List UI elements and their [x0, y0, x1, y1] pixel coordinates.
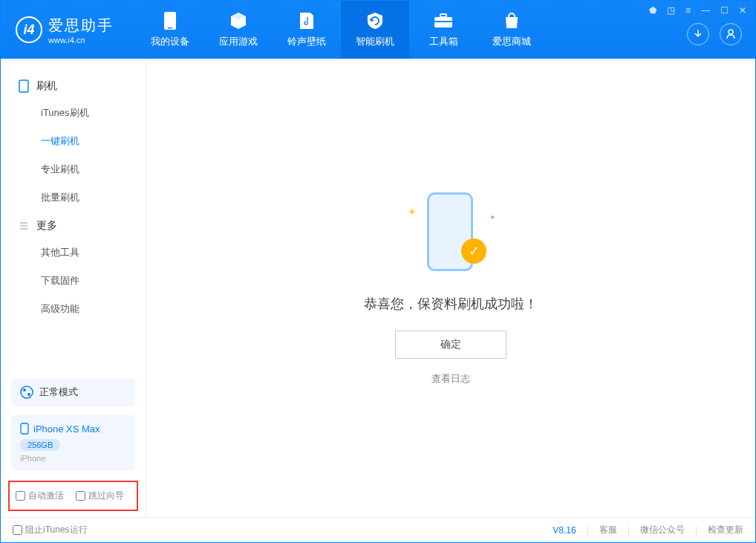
ok-button[interactable]: 确定 — [395, 331, 506, 359]
skip-guide-checkbox[interactable]: 跳过向导 — [76, 490, 124, 502]
app-url: www.i4.cn — [48, 36, 114, 45]
success-message: 恭喜您，保资料刷机成功啦！ — [364, 295, 538, 313]
tab-ringtones[interactable]: 铃声壁纸 — [273, 1, 341, 59]
mode-icon — [20, 386, 33, 399]
svg-rect-4 — [434, 21, 452, 22]
toolbox-icon — [433, 11, 454, 30]
close-button[interactable]: ✕ — [737, 4, 748, 17]
theme-icon[interactable]: ⬟ — [648, 4, 658, 17]
tab-apps[interactable]: 应用游戏 — [204, 1, 273, 59]
sidebar-item-onekey-flash[interactable]: 一键刷机 — [1, 127, 146, 155]
list-icon — [19, 221, 29, 231]
tab-label: 智能刷机 — [356, 35, 394, 48]
phone-icon — [163, 11, 177, 30]
tab-label: 我的设备 — [151, 35, 189, 48]
sidebar-item-batch-flash[interactable]: 批量刷机 — [1, 183, 146, 212]
block-itunes-checkbox[interactable]: 阻止iTunes运行 — [13, 524, 88, 536]
checkbox-label: 自动激活 — [28, 490, 64, 502]
main-content: ✦ ✦ ✓ 恭喜您，保资料刷机成功啦！ 确定 查看日志 — [146, 59, 755, 517]
logo-text: 爱思助手 www.i4.cn — [48, 16, 114, 45]
footer: 阻止iTunes运行 V8.16 | 客服 | 微信公众号 | 检查更新 — [1, 517, 755, 542]
maximize-button[interactable]: ☐ — [719, 4, 730, 17]
logo: i4 爱思助手 www.i4.cn — [1, 16, 128, 45]
section-label: 刷机 — [36, 79, 57, 93]
tab-label: 应用游戏 — [219, 35, 258, 48]
app-name: 爱思助手 — [48, 16, 114, 36]
footer-right: V8.16 | 客服 | 微信公众号 | 检查更新 — [553, 524, 743, 536]
success-illustration: ✦ ✦ ✓ — [406, 192, 495, 274]
tab-label: 铃声壁纸 — [287, 35, 326, 48]
highlighted-options: 自动激活 跳过向导 — [8, 481, 138, 511]
storage-badge: 256GB — [20, 439, 60, 451]
tab-flash[interactable]: 智能刷机 — [341, 1, 409, 59]
svg-rect-6 — [19, 80, 28, 92]
main-tabs: 我的设备 应用游戏 铃声壁纸 智能刷机 工具箱 爱思商城 — [136, 1, 546, 59]
section-label: 更多 — [36, 219, 57, 233]
svg-rect-3 — [440, 14, 446, 17]
logo-icon: i4 — [16, 16, 42, 43]
sidebar: 刷机 iTunes刷机 一键刷机 专业刷机 批量刷机 更多 其他工具 下载固件 … — [1, 59, 146, 517]
device-icon — [20, 423, 29, 435]
wechat-link[interactable]: 微信公众号 — [640, 524, 685, 536]
device-name: iPhone XS Max — [33, 423, 100, 435]
skin-icon[interactable]: ◳ — [665, 4, 677, 17]
sidebar-section-more: 更多 — [1, 212, 146, 238]
sidebar-item-other-tools[interactable]: 其他工具 — [1, 238, 146, 267]
mode-card[interactable]: 正常模式 — [11, 378, 135, 406]
svg-point-8 — [23, 388, 26, 391]
tab-label: 爱思商城 — [492, 35, 531, 48]
update-link[interactable]: 检查更新 — [708, 524, 743, 536]
body: 刷机 iTunes刷机 一键刷机 专业刷机 批量刷机 更多 其他工具 下载固件 … — [1, 59, 755, 517]
header: ⬟ ◳ ≡ — ☐ ✕ i4 爱思助手 www.i4.cn 我的设备 应用游戏 — [1, 1, 755, 59]
support-link[interactable]: 客服 — [599, 524, 617, 536]
bag-icon — [503, 11, 521, 30]
sidebar-item-download-firmware[interactable]: 下载固件 — [1, 267, 146, 295]
menu-icon[interactable]: ≡ — [684, 4, 692, 17]
svg-point-7 — [21, 386, 33, 398]
tab-store[interactable]: 爱思商城 — [478, 1, 546, 59]
shield-refresh-icon — [365, 11, 385, 30]
checkbox-label: 阻止iTunes运行 — [25, 524, 88, 536]
header-actions — [687, 23, 742, 45]
version-label: V8.16 — [553, 525, 576, 536]
sidebar-item-itunes-flash[interactable]: iTunes刷机 — [1, 99, 146, 127]
svg-point-9 — [27, 393, 30, 396]
sidebar-item-advanced[interactable]: 高级功能 — [1, 295, 146, 323]
checkbox-label: 跳过向导 — [88, 490, 124, 502]
device-type: iPhone — [20, 454, 126, 463]
tab-my-device[interactable]: 我的设备 — [136, 1, 204, 59]
sidebar-section-flash: 刷机 — [1, 72, 146, 99]
minimize-button[interactable]: — — [700, 4, 711, 17]
download-button[interactable] — [687, 23, 709, 45]
device-name-row: iPhone XS Max — [20, 423, 126, 435]
user-button[interactable] — [720, 23, 742, 45]
cube-icon — [229, 11, 248, 30]
device-card[interactable]: iPhone XS Max 256GB iPhone — [11, 415, 135, 470]
titlebar-controls: ⬟ ◳ ≡ — ☐ ✕ — [648, 4, 748, 17]
sparkle-icon: ✦ — [489, 213, 495, 221]
view-log-link[interactable]: 查看日志 — [431, 372, 470, 386]
tab-label: 工具箱 — [429, 35, 458, 48]
sidebar-item-pro-flash[interactable]: 专业刷机 — [1, 155, 146, 183]
sparkle-icon: ✦ — [408, 206, 417, 218]
svg-point-5 — [729, 30, 733, 34]
svg-rect-0 — [164, 12, 176, 30]
mode-label: 正常模式 — [39, 386, 78, 399]
app-window: ⬟ ◳ ≡ — ☐ ✕ i4 爱思助手 www.i4.cn 我的设备 应用游戏 — [0, 0, 756, 543]
svg-rect-10 — [21, 423, 28, 434]
svg-rect-1 — [168, 27, 172, 29]
phone-outline-icon — [19, 79, 29, 93]
tab-tools[interactable]: 工具箱 — [409, 1, 478, 59]
auto-activate-checkbox[interactable]: 自动激活 — [16, 490, 64, 502]
check-badge-icon: ✓ — [461, 238, 486, 264]
music-file-icon — [299, 11, 315, 30]
